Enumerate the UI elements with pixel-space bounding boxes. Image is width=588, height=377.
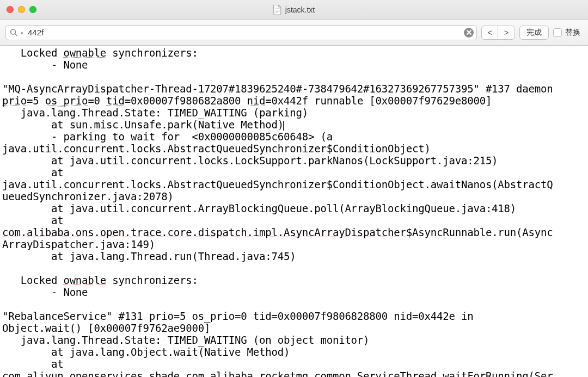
titlebar: jstack.txt	[0, 0, 588, 20]
spellcheck-word: ownable	[63, 274, 106, 286]
svg-line-5	[15, 34, 17, 36]
text-line: =0x442f runnable [0x00007f97629e8000]	[265, 95, 492, 107]
text-line: at java.lang.Thread.run(Thread.java:745)	[2, 250, 296, 262]
text-line: =5	[27, 95, 45, 107]
text-line: at	[2, 358, 70, 370]
text-line: at	[2, 214, 70, 226]
text-line: at java.lang.Object.wait(Native Method)	[2, 346, 290, 358]
text-line: Locked	[2, 274, 63, 286]
text-line: java.lang.Thread.State: TIMED_WAITING (o…	[2, 334, 369, 346]
search-icon[interactable]: ▾	[10, 28, 23, 36]
text-line: "RebalanceService" #131 prio=5 os_prio=0…	[2, 310, 480, 322]
text-line: at java.util.concurrent.locks.LockSuppor…	[2, 154, 498, 166]
prev-match-button[interactable]: <	[482, 26, 498, 39]
text-line: java.lang.Thread.State: TIMED_WAITING (p…	[2, 107, 308, 119]
text-line: - parking to wait for <0x0000000085c6064…	[2, 131, 339, 143]
spellcheck-word: tid	[106, 95, 125, 107]
next-match-button[interactable]: >	[498, 26, 514, 39]
clear-search-button[interactable]	[464, 28, 474, 38]
find-toolbar: ▾ < > 完成 替换	[0, 20, 588, 46]
text-line: ArrayDispatcher.java:149)	[2, 238, 155, 250]
text-line: Locked	[2, 47, 63, 59]
text-line: synchronizers:	[106, 47, 198, 59]
text-line: ueuedSynchronizer.java:2078)	[2, 190, 174, 202]
minimize-button[interactable]	[18, 6, 25, 13]
search-input[interactable]	[5, 25, 477, 40]
text-line: =0	[88, 95, 106, 107]
text-line: at	[2, 166, 70, 178]
text-line: $AsyncRunnable.run(Async	[406, 226, 553, 238]
spellcheck-word: ownable	[63, 47, 106, 59]
text-line: - None	[2, 59, 88, 71]
window-title: jstack.txt	[285, 5, 315, 14]
text-content[interactable]: Locked ownable synchronizers: - None "MQ…	[0, 46, 588, 377]
window-controls	[0, 6, 36, 13]
text-line: =0x00007f980682a800	[125, 95, 247, 107]
prev-next-group: < >	[481, 26, 515, 40]
text-line: Object.wait() [0x00007f9762ae9000]	[2, 322, 210, 334]
text-line: synchronizers:	[106, 274, 198, 286]
maximize-button[interactable]	[29, 6, 36, 13]
text-line: at java.util.concurrent.ArrayBlockingQue…	[2, 202, 516, 214]
spellcheck-word: os_prio	[45, 95, 88, 107]
spellcheck-word: nid	[247, 95, 266, 107]
close-button[interactable]	[7, 6, 14, 13]
search-options-chevron-icon: ▾	[21, 30, 23, 35]
text-line: - None	[2, 286, 88, 298]
window-title-group: jstack.txt	[273, 5, 315, 15]
text-line: java.util.concurrent.locks.AbstractQueue…	[2, 178, 553, 190]
text-line: "MQ-AsyncArrayDispatcher-Thread-17207#18…	[2, 83, 559, 95]
text-line: at sun.misc.Unsafe.park(Native Method)	[2, 119, 284, 131]
done-button[interactable]: 完成	[519, 26, 549, 40]
spellcheck-phrase: com.alibaba.ons.open.trace.core.dispatch…	[2, 226, 406, 238]
search-field-wrap: ▾	[5, 25, 477, 40]
replace-toggle[interactable]: 替换	[553, 28, 583, 38]
spellcheck-word: prio	[2, 95, 27, 107]
text-line: java.util.concurrent.locks.AbstractQueue…	[2, 143, 431, 154]
replace-label: 替换	[565, 28, 580, 38]
document-icon	[273, 5, 282, 15]
text-line: com.aliyun.openservices.shade.com.alibab…	[2, 370, 553, 377]
replace-checkbox[interactable]	[553, 28, 562, 37]
